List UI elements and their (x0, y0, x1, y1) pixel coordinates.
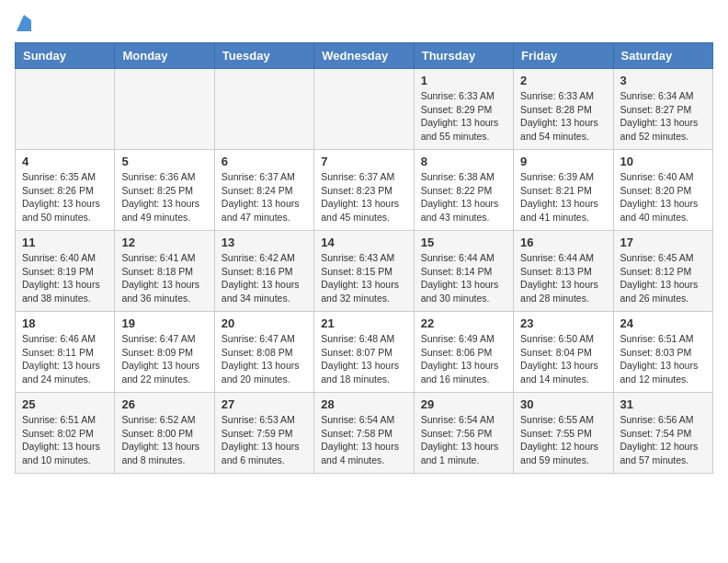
day-info: Sunrise: 6:38 AMSunset: 8:22 PMDaylight:… (421, 170, 506, 224)
col-monday: Monday (115, 43, 214, 69)
calendar-cell: 14Sunrise: 6:43 AMSunset: 8:15 PMDayligh… (314, 231, 414, 312)
calendar-cell (214, 69, 313, 150)
day-info: Sunrise: 6:44 AMSunset: 8:13 PMDaylight:… (520, 251, 606, 305)
svg-marker-0 (17, 15, 31, 31)
day-number: 2 (520, 74, 606, 87)
calendar-cell (16, 69, 115, 150)
day-info: Sunrise: 6:41 AMSunset: 8:18 PMDaylight:… (121, 251, 207, 305)
calendar-week-row: 25Sunrise: 6:51 AMSunset: 8:02 PMDayligh… (16, 393, 713, 474)
day-number: 1 (421, 74, 506, 87)
calendar-week-row: 11Sunrise: 6:40 AMSunset: 8:19 PMDayligh… (16, 231, 713, 312)
calendar-cell: 7Sunrise: 6:37 AMSunset: 8:23 PMDaylight… (314, 150, 414, 231)
calendar-cell (314, 69, 414, 150)
day-number: 7 (321, 155, 406, 168)
calendar-cell: 21Sunrise: 6:48 AMSunset: 8:07 PMDayligh… (314, 312, 414, 393)
calendar-header: Sunday Monday Tuesday Wednesday Thursday… (16, 43, 713, 69)
day-info: Sunrise: 6:54 AMSunset: 7:56 PMDaylight:… (421, 413, 506, 467)
calendar-cell: 5Sunrise: 6:36 AMSunset: 8:25 PMDaylight… (115, 150, 214, 231)
day-info: Sunrise: 6:48 AMSunset: 8:07 PMDaylight:… (321, 332, 406, 386)
day-info: Sunrise: 6:49 AMSunset: 8:06 PMDaylight:… (421, 332, 506, 386)
day-info: Sunrise: 6:47 AMSunset: 8:08 PMDaylight:… (222, 332, 307, 386)
calendar-cell: 18Sunrise: 6:46 AMSunset: 8:11 PMDayligh… (16, 312, 115, 393)
day-info: Sunrise: 6:53 AMSunset: 7:59 PMDaylight:… (222, 413, 307, 467)
day-number: 30 (520, 397, 606, 411)
day-number: 12 (121, 236, 207, 249)
day-info: Sunrise: 6:35 AMSunset: 8:26 PMDaylight:… (22, 170, 108, 224)
calendar-cell: 26Sunrise: 6:52 AMSunset: 8:00 PMDayligh… (115, 393, 214, 474)
day-number: 14 (321, 236, 406, 249)
day-number: 10 (620, 155, 706, 168)
day-info: Sunrise: 6:44 AMSunset: 8:14 PMDaylight:… (421, 251, 506, 305)
calendar-cell: 22Sunrise: 6:49 AMSunset: 8:06 PMDayligh… (414, 312, 513, 393)
day-number: 16 (520, 236, 606, 249)
day-info: Sunrise: 6:40 AMSunset: 8:19 PMDaylight:… (22, 251, 108, 305)
calendar-cell: 23Sunrise: 6:50 AMSunset: 8:04 PMDayligh… (514, 312, 613, 393)
day-info: Sunrise: 6:36 AMSunset: 8:25 PMDaylight:… (121, 170, 207, 224)
col-friday: Friday (514, 43, 613, 69)
calendar-cell: 3Sunrise: 6:34 AMSunset: 8:27 PMDaylight… (613, 69, 712, 150)
calendar-cell: 24Sunrise: 6:51 AMSunset: 8:03 PMDayligh… (613, 312, 712, 393)
day-info: Sunrise: 6:52 AMSunset: 8:00 PMDaylight:… (121, 413, 207, 467)
day-info: Sunrise: 6:33 AMSunset: 8:28 PMDaylight:… (520, 89, 606, 144)
calendar-body: 1Sunrise: 6:33 AMSunset: 8:29 PMDaylight… (16, 69, 713, 474)
calendar-cell: 16Sunrise: 6:44 AMSunset: 8:13 PMDayligh… (514, 231, 613, 312)
day-number: 25 (22, 397, 108, 411)
day-number: 24 (620, 316, 706, 330)
calendar-cell: 11Sunrise: 6:40 AMSunset: 8:19 PMDayligh… (16, 231, 115, 312)
calendar-cell: 17Sunrise: 6:45 AMSunset: 8:12 PMDayligh… (613, 231, 712, 312)
col-saturday: Saturday (613, 43, 712, 69)
day-info: Sunrise: 6:56 AMSunset: 7:54 PMDaylight:… (620, 413, 706, 467)
day-info: Sunrise: 6:51 AMSunset: 8:03 PMDaylight:… (620, 332, 706, 386)
day-number: 5 (121, 155, 207, 168)
day-info: Sunrise: 6:42 AMSunset: 8:16 PMDaylight:… (222, 251, 307, 305)
day-info: Sunrise: 6:37 AMSunset: 8:24 PMDaylight:… (222, 170, 307, 224)
day-number: 8 (421, 155, 506, 168)
day-number: 27 (222, 397, 307, 411)
day-number: 26 (121, 397, 207, 411)
day-info: Sunrise: 6:47 AMSunset: 8:09 PMDaylight:… (121, 332, 207, 386)
day-info: Sunrise: 6:50 AMSunset: 8:04 PMDaylight:… (520, 332, 606, 386)
day-info: Sunrise: 6:45 AMSunset: 8:12 PMDaylight:… (620, 251, 706, 305)
calendar-week-row: 1Sunrise: 6:33 AMSunset: 8:29 PMDaylight… (16, 69, 713, 150)
logo (15, 15, 31, 35)
calendar-cell: 27Sunrise: 6:53 AMSunset: 7:59 PMDayligh… (214, 393, 313, 474)
day-number: 6 (222, 155, 307, 168)
day-info: Sunrise: 6:43 AMSunset: 8:15 PMDaylight:… (321, 251, 406, 305)
day-number: 9 (520, 155, 606, 168)
calendar-cell: 4Sunrise: 6:35 AMSunset: 8:26 PMDaylight… (16, 150, 115, 231)
day-info: Sunrise: 6:39 AMSunset: 8:21 PMDaylight:… (520, 170, 606, 224)
day-number: 31 (620, 397, 706, 411)
day-number: 23 (520, 316, 606, 330)
day-number: 21 (321, 316, 406, 330)
day-info: Sunrise: 6:33 AMSunset: 8:29 PMDaylight:… (421, 89, 506, 144)
calendar-cell: 15Sunrise: 6:44 AMSunset: 8:14 PMDayligh… (414, 231, 513, 312)
day-info: Sunrise: 6:55 AMSunset: 7:55 PMDaylight:… (520, 413, 606, 467)
calendar-cell (115, 69, 214, 150)
calendar-cell: 9Sunrise: 6:39 AMSunset: 8:21 PMDaylight… (514, 150, 613, 231)
day-number: 22 (421, 316, 506, 330)
day-number: 29 (421, 397, 506, 411)
day-number: 18 (22, 316, 108, 330)
day-number: 13 (222, 236, 307, 249)
calendar-cell: 13Sunrise: 6:42 AMSunset: 8:16 PMDayligh… (214, 231, 313, 312)
calendar-cell: 1Sunrise: 6:33 AMSunset: 8:29 PMDaylight… (414, 69, 513, 150)
day-number: 20 (222, 316, 307, 330)
calendar-cell: 20Sunrise: 6:47 AMSunset: 8:08 PMDayligh… (214, 312, 313, 393)
calendar-cell: 6Sunrise: 6:37 AMSunset: 8:24 PMDaylight… (214, 150, 313, 231)
calendar-week-row: 18Sunrise: 6:46 AMSunset: 8:11 PMDayligh… (16, 312, 713, 393)
day-info: Sunrise: 6:34 AMSunset: 8:27 PMDaylight:… (620, 89, 706, 144)
page-header (15, 15, 713, 35)
day-info: Sunrise: 6:51 AMSunset: 8:02 PMDaylight:… (22, 413, 108, 467)
calendar-cell: 10Sunrise: 6:40 AMSunset: 8:20 PMDayligh… (613, 150, 712, 231)
calendar-table: Sunday Monday Tuesday Wednesday Thursday… (15, 42, 713, 474)
calendar-cell: 2Sunrise: 6:33 AMSunset: 8:28 PMDaylight… (514, 69, 613, 150)
calendar-week-row: 4Sunrise: 6:35 AMSunset: 8:26 PMDaylight… (16, 150, 713, 231)
calendar-cell: 30Sunrise: 6:55 AMSunset: 7:55 PMDayligh… (514, 393, 613, 474)
day-number: 4 (22, 155, 108, 168)
header-row: Sunday Monday Tuesday Wednesday Thursday… (16, 43, 713, 69)
day-info: Sunrise: 6:46 AMSunset: 8:11 PMDaylight:… (22, 332, 108, 386)
day-number: 28 (321, 397, 406, 411)
col-thursday: Thursday (414, 43, 513, 69)
day-number: 11 (22, 236, 108, 249)
calendar-cell: 29Sunrise: 6:54 AMSunset: 7:56 PMDayligh… (414, 393, 513, 474)
